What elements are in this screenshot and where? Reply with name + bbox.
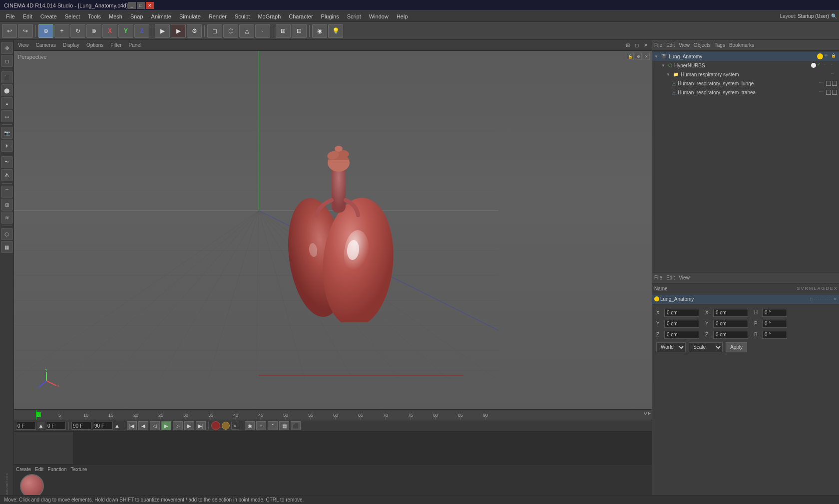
vp-settings-icon[interactable]: ⚙	[635, 53, 642, 60]
timeline-track-content[interactable]	[74, 432, 652, 465]
vt-icon-3[interactable]: ✕	[642, 41, 650, 49]
menu-create[interactable]: Create	[36, 12, 61, 20]
autokey-btn[interactable]	[222, 422, 230, 430]
prev-key-btn[interactable]: ◁	[150, 421, 160, 430]
3d-viewport[interactable]: Perspective X Y Z	[14, 51, 652, 409]
hypernurbs-check[interactable]: ✓	[817, 62, 823, 68]
polygon-mode[interactable]: ⬡	[223, 24, 238, 38]
menu-window[interactable]: Window	[365, 12, 393, 20]
frame-step-down[interactable]: ▲	[114, 423, 121, 429]
menu-edit[interactable]: Edit	[19, 12, 36, 20]
om-tags[interactable]: Tags	[715, 42, 725, 48]
timeline-btn[interactable]: ≡	[256, 421, 266, 430]
z-rot-input[interactable]	[713, 331, 748, 339]
coord-system[interactable]: ⊟	[292, 24, 307, 38]
cm-edit[interactable]: Edit	[666, 275, 675, 280]
mat-menu-create[interactable]: Create	[16, 467, 31, 472]
om-row-trahea[interactable]: △ Human_respiratory_system_trahea ····	[652, 88, 839, 97]
dope-sheet-btn[interactable]: ▦	[279, 421, 289, 430]
menu-character[interactable]: Character	[285, 12, 317, 20]
nurbs-btn[interactable]: ᗑ	[1, 169, 13, 181]
object-mode[interactable]: ◻	[207, 24, 222, 38]
om-objects[interactable]: Objects	[694, 42, 711, 48]
go-end-btn[interactable]: ▶|	[196, 421, 206, 430]
snap-button[interactable]: ⊞	[276, 24, 291, 38]
plane-btn[interactable]: ▭	[1, 110, 13, 122]
cube-btn[interactable]: ⬛	[1, 71, 13, 83]
om-bookmarks[interactable]: Bookmarks	[729, 42, 754, 48]
menu-mesh[interactable]: Mesh	[105, 12, 126, 20]
menu-script[interactable]: Script	[343, 12, 365, 20]
om-row-lunge[interactable]: △ Human_respiratory_system_lunge ····	[652, 79, 839, 88]
cm-file[interactable]: File	[654, 275, 662, 280]
y-rot-input[interactable]	[713, 320, 748, 328]
x-pos-input[interactable]	[664, 309, 699, 317]
texture-btn[interactable]: ▦	[1, 241, 13, 253]
field-btn[interactable]: ≋	[1, 212, 13, 224]
h-input[interactable]	[762, 309, 787, 317]
om-row-respiratory[interactable]: ▼ 📁 Human respiratory system ···	[652, 70, 839, 79]
expand-icon-3[interactable]: ▼	[666, 72, 671, 77]
x-axis[interactable]: X	[102, 24, 117, 38]
b-input[interactable]	[762, 331, 787, 339]
transform-mode-select[interactable]: Scale Position Rotation	[689, 342, 723, 352]
vp-lock-icon[interactable]: 🔒	[627, 53, 634, 60]
close-button[interactable]: ✕	[146, 2, 154, 9]
menu-animate[interactable]: Animate	[147, 12, 175, 20]
go-start-btn[interactable]: |◀	[127, 421, 137, 430]
cm-lung-anatomy-row[interactable]: Lung_Anatomy □ · · · · · · · · · ✕	[652, 294, 839, 304]
om-row-lung-anatomy[interactable]: ▼ 🎬 Lung_Anatomy 👁 🔒	[652, 52, 839, 61]
om-file[interactable]: File	[654, 42, 662, 48]
camera-btn[interactable]: 📷	[1, 127, 13, 139]
frame-start-input[interactable]	[46, 422, 66, 430]
minimize-button[interactable]: _	[128, 2, 136, 9]
vt-filter[interactable]: Filter	[108, 41, 123, 49]
redo-button[interactable]: ↪	[18, 24, 33, 38]
om-view[interactable]: View	[679, 42, 690, 48]
expand-icon-2[interactable]: ▼	[661, 63, 666, 68]
frame-step-up[interactable]: ▲	[37, 422, 44, 429]
z-axis[interactable]: Z	[134, 24, 149, 38]
vt-icon-2[interactable]: ◻	[633, 41, 641, 49]
vt-options[interactable]: Options	[84, 41, 105, 49]
menu-plugins[interactable]: Plugins	[317, 12, 343, 20]
y-pos-input[interactable]	[664, 320, 699, 328]
render-settings[interactable]: ⚙	[187, 24, 202, 38]
hypernurbs-vis[interactable]: ·	[824, 62, 830, 68]
cylinder-btn[interactable]: ⬥	[1, 97, 13, 109]
menu-simulate[interactable]: Simulate	[175, 12, 205, 20]
menu-tools[interactable]: Tools	[84, 12, 105, 20]
mat-menu-edit[interactable]: Edit	[35, 467, 43, 472]
menu-mograph[interactable]: MoGraph	[254, 12, 285, 20]
layer-btn[interactable]: ⬛	[291, 421, 301, 430]
edge-mode[interactable]: △	[239, 24, 254, 38]
generator-btn[interactable]: ⊞	[1, 199, 13, 211]
coord-system-select[interactable]: World Local Object	[656, 342, 686, 352]
x-rot-input[interactable]	[713, 309, 748, 317]
fcurve-btn[interactable]: ⌃	[268, 421, 278, 430]
keyframe-options[interactable]: K	[231, 422, 239, 430]
render-view[interactable]: ▶	[171, 24, 186, 38]
om-row-hypernurbs[interactable]: ▼ ⬡ HyperNURBS ✓ · ·	[652, 61, 839, 70]
material-preview[interactable]	[20, 474, 44, 498]
om-edit[interactable]: Edit	[666, 42, 675, 48]
mat-menu-texture[interactable]: Texture	[71, 467, 87, 472]
menu-snap[interactable]: Snap	[126, 12, 147, 20]
light-button[interactable]: 💡	[328, 24, 343, 38]
point-mode[interactable]: ·	[255, 24, 270, 38]
next-frame-btn[interactable]: ▶	[184, 421, 194, 430]
vt-cameras[interactable]: Cameras	[34, 41, 58, 49]
layout-value[interactable]: Startup (User)	[798, 13, 829, 19]
menu-select[interactable]: Select	[61, 12, 84, 20]
scale-tool[interactable]: +	[54, 24, 69, 38]
apply-button[interactable]: Apply	[726, 342, 747, 352]
current-frame-input[interactable]	[16, 422, 36, 430]
spline-btn[interactable]: 〜	[1, 156, 13, 168]
prev-frame-btn[interactable]: ◀	[138, 421, 148, 430]
vt-icon-1[interactable]: ⊞	[624, 41, 632, 49]
menu-render[interactable]: Render	[205, 12, 231, 20]
render-region[interactable]: ▶	[155, 24, 170, 38]
frame-max-input[interactable]	[71, 422, 91, 430]
deform-btn[interactable]: ⌒	[1, 186, 13, 198]
mat-menu-function[interactable]: Function	[47, 467, 66, 472]
